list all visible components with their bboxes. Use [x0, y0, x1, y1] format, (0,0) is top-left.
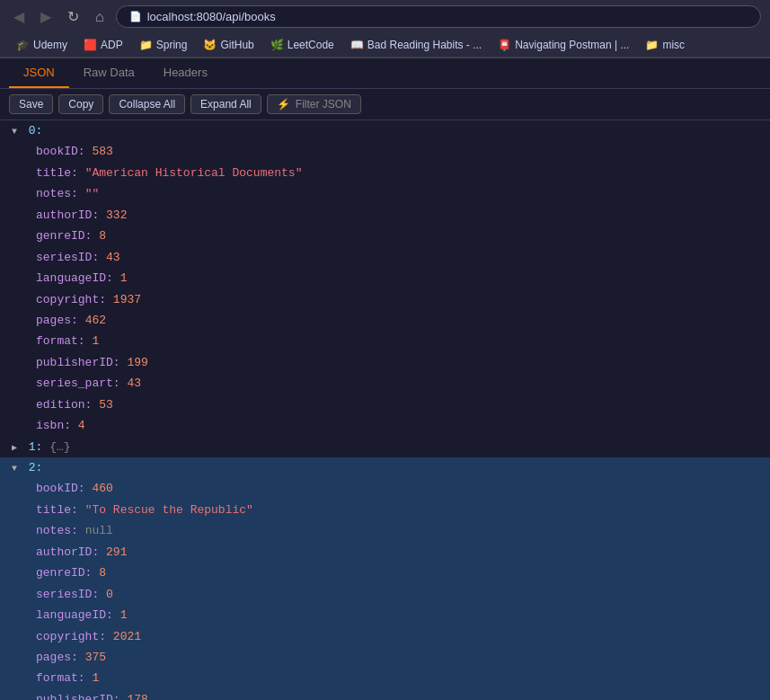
copy-button[interactable]: Copy: [58, 94, 103, 114]
back-button[interactable]: ◀: [9, 6, 29, 27]
tab-json[interactable]: JSON: [9, 58, 69, 88]
bookmark-misc[interactable]: 📁 misc: [638, 37, 692, 53]
index-0: 0:: [22, 121, 42, 140]
field-2-seriesID: seriesID: 0: [0, 584, 770, 605]
bookmark-label: GitHub: [220, 39, 253, 51]
url-text: localhost:8080/api/books: [147, 10, 276, 23]
bookmark-postman[interactable]: 📮 Navigating Postman | ...: [491, 37, 636, 53]
bookmarks-bar: 🎓 Udemy 🟥 ADP 📁 Spring 🐱 GitHub 🌿 LeetCo…: [0, 33, 770, 58]
index-2: 2:: [22, 458, 42, 477]
bookmark-label: LeetCode: [288, 39, 334, 51]
bookmark-leetcode[interactable]: 🌿 LeetCode: [263, 37, 341, 53]
bookmark-label: Spring: [156, 39, 188, 51]
json-item-1-header[interactable]: ▶ 1: {…}: [0, 437, 770, 457]
bookmark-label: Bad Reading Habits - ...: [367, 39, 482, 51]
field-2-title: title: "To Rescue the Republic": [0, 500, 770, 520]
page-icon: 📄: [129, 11, 142, 22]
postman-icon: 📮: [498, 39, 511, 51]
spring-icon: 📁: [139, 39, 153, 51]
address-bar[interactable]: 📄 localhost:8080/api/books: [116, 5, 761, 28]
field-2-format: format: 1: [0, 668, 770, 688]
bookmark-label: Navigating Postman | ...: [515, 39, 629, 51]
field-0-title: title: "American Historical Documents": [0, 163, 770, 183]
adp-icon: 🟥: [84, 39, 97, 51]
field-0-bookID: bookID: 583: [0, 141, 770, 162]
field-0-languageID: languageID: 1: [0, 268, 770, 288]
leetcode-icon: 🌿: [270, 39, 284, 51]
field-0-edition: edition: 53: [0, 394, 770, 415]
collapse-all-button[interactable]: Collapse All: [109, 94, 185, 114]
filter-icon: ⚡: [277, 98, 290, 111]
home-button[interactable]: ⌂: [91, 7, 109, 27]
field-0-authorID: authorID: 332: [0, 205, 770, 226]
field-0-notes: notes: "": [0, 183, 770, 204]
bookmark-adp[interactable]: 🟥 ADP: [76, 37, 130, 53]
misc-icon: 📁: [645, 39, 659, 51]
expand-all-button[interactable]: Expand All: [190, 94, 261, 114]
field-0-format: format: 1: [0, 331, 770, 351]
field-0-genreID: genreID: 8: [0, 226, 770, 246]
save-button[interactable]: Save: [9, 94, 53, 114]
field-0-series_part: series_part: 43: [0, 373, 770, 394]
field-0-publisherID: publisherID: 199: [0, 352, 770, 373]
filter-label: Filter JSON: [296, 98, 351, 111]
postman-area: JSON Raw Data Headers Save Copy Collapse…: [0, 58, 770, 700]
json-content[interactable]: ▼ 0: bookID: 583 title: "American Histor…: [0, 120, 770, 700]
github-icon: 🐱: [203, 39, 217, 51]
field-2-genreID: genreID: 8: [0, 563, 770, 583]
refresh-button[interactable]: ↻: [63, 6, 84, 27]
field-0-copyright: copyright: 1937: [0, 289, 770, 310]
collapse-0-button[interactable]: ▼: [7, 125, 22, 140]
bookmark-github[interactable]: 🐱 GitHub: [196, 37, 261, 53]
bookmark-udemy[interactable]: 🎓 Udemy: [9, 37, 75, 53]
bookmark-spring[interactable]: 📁 Spring: [132, 37, 195, 53]
bookmark-label: misc: [662, 39, 685, 51]
field-2-publisherID: publisherID: 178: [0, 689, 770, 700]
forward-button[interactable]: ▶: [36, 6, 56, 27]
field-2-languageID: languageID: 1: [0, 605, 770, 625]
field-2-authorID: authorID: 291: [0, 542, 770, 563]
json-item-0-header[interactable]: ▼ 0:: [0, 120, 770, 141]
toolbar: Save Copy Collapse All Expand All ⚡ Filt…: [0, 89, 770, 120]
field-2-notes: notes: null: [0, 520, 770, 541]
tab-headers[interactable]: Headers: [149, 58, 222, 88]
field-2-copyright: copyright: 2021: [0, 626, 770, 647]
field-2-pages: pages: 375: [0, 647, 770, 668]
browser-nav: ◀ ▶ ↻ ⌂ 📄 localhost:8080/api/books: [0, 0, 770, 33]
field-0-isbn: isbn: 4: [0, 415, 770, 436]
field-0-pages: pages: 462: [0, 310, 770, 331]
filter-input[interactable]: ⚡ Filter JSON: [267, 94, 361, 114]
field-0-seriesID: seriesID: 43: [0, 247, 770, 268]
expand-1-button[interactable]: ▶: [7, 441, 22, 456]
browser-chrome: ◀ ▶ ↻ ⌂ 📄 localhost:8080/api/books 🎓 Ude…: [0, 0, 770, 58]
bookmark-reading[interactable]: 📖 Bad Reading Habits - ...: [343, 37, 489, 53]
udemy-icon: 🎓: [16, 39, 30, 51]
bookmark-label: ADP: [101, 39, 123, 51]
index-1: 1:: [22, 438, 42, 456]
tab-raw-data[interactable]: Raw Data: [69, 58, 149, 88]
collapse-2-button[interactable]: ▼: [7, 462, 22, 477]
field-2-bookID: bookID: 460: [0, 478, 770, 499]
bookmark-label: Udemy: [33, 39, 67, 51]
json-item-2-header[interactable]: ▼ 2:: [0, 457, 770, 478]
reading-icon: 📖: [350, 39, 364, 51]
tab-bar: JSON Raw Data Headers: [0, 58, 770, 89]
